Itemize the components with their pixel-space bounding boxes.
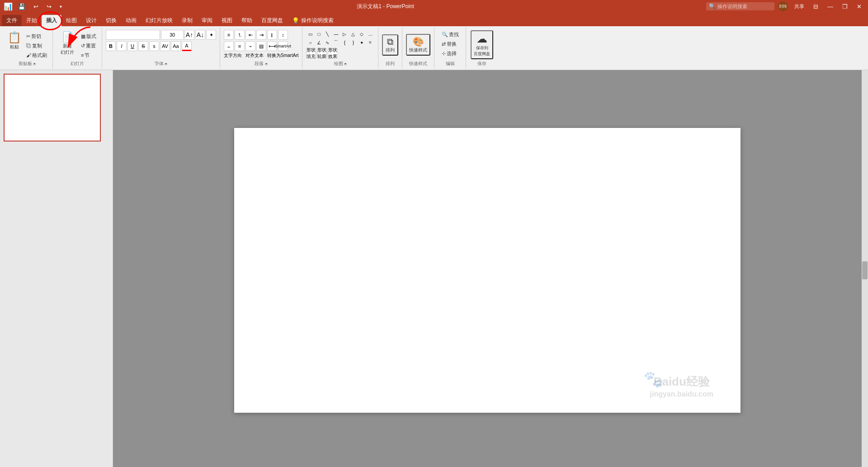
shadow-btn[interactable]: s (149, 41, 159, 51)
shape-3angle[interactable]: ∠ (315, 38, 323, 47)
paste-btn[interactable]: 📋 粘贴 (5, 30, 24, 52)
tab-help[interactable]: 帮助 (237, 15, 257, 26)
undo-btn[interactable]: ↩ (31, 2, 41, 11)
shape-rect[interactable]: ▭ (306, 30, 314, 38)
ribbon-group-clipboard: 📋 粘贴 ✂ 剪切 ⿻ 复制 🖌 格式刷 (2, 27, 53, 69)
paste-icon: 📋 (8, 31, 21, 44)
reset-btn[interactable]: ↺ 重置 (79, 41, 98, 50)
select-btn[interactable]: ⊹ 选择 (440, 49, 461, 58)
col-btn[interactable]: ⫿ (267, 30, 277, 40)
replace-icon: ⇄ (442, 41, 446, 47)
justify-btn[interactable]: ▤ (256, 41, 266, 51)
tab-review[interactable]: 审阅 (197, 15, 217, 26)
shape-line2[interactable]: — (332, 30, 340, 38)
app-icon: 📊 (4, 2, 13, 11)
tab-draw[interactable]: 绘图 (61, 15, 81, 26)
find-btn[interactable]: 🔍 查找 (440, 30, 461, 39)
align-right-btn[interactable]: ⫟ (245, 41, 255, 51)
format-painter-btn[interactable]: 🖌 格式刷 (24, 51, 49, 60)
tab-slideshow[interactable]: 幻灯片放映 (141, 15, 177, 26)
lightbulb-icon: 💡 (292, 17, 299, 24)
align-center-btn[interactable]: ≡ (235, 41, 245, 51)
shape-curve[interactable]: ∿ (323, 38, 331, 47)
numbering-btn[interactable]: ⒈ (235, 30, 245, 40)
arrange-btn[interactable]: ⧉ 排列 (382, 34, 398, 56)
shape-freeform[interactable]: ⌒ (332, 38, 340, 47)
font-color-btn[interactable]: A (182, 41, 192, 51)
shape-more[interactable]: … (366, 30, 374, 38)
slide-thumbnail-1[interactable] (4, 74, 101, 142)
italic-btn[interactable]: I (117, 41, 127, 51)
restore-btn[interactable]: ❐ (840, 2, 850, 11)
char-space-btn[interactable]: AV (160, 41, 170, 51)
user-avatar[interactable]: 刘玲 (778, 1, 788, 11)
section-btn[interactable]: ≡ 节 (79, 51, 98, 60)
editing-label: 编辑 (438, 60, 462, 68)
shape-brace2[interactable]: } (349, 38, 357, 47)
search-input[interactable] (717, 4, 772, 9)
underline-btn[interactable]: U (127, 41, 137, 51)
tab-view[interactable]: 视图 (217, 15, 237, 26)
tab-insert[interactable]: 插入 (42, 15, 61, 26)
strikethrough-btn[interactable]: S (138, 41, 148, 51)
tab-design[interactable]: 设计 (81, 15, 101, 26)
font-size-increase-btn[interactable]: A↑ (184, 30, 194, 40)
minimize-btn[interactable]: — (825, 2, 836, 11)
copy-icon: ⿻ (26, 43, 31, 48)
vertical-scrollbar[interactable] (862, 70, 868, 467)
shape-special[interactable]: ⌗ (366, 38, 374, 47)
clipboard-label: 剪贴板 ⬘ (5, 60, 49, 68)
tab-animation[interactable]: 动画 (121, 15, 141, 26)
shape-effect-btn[interactable]: 形状效果 (328, 48, 338, 58)
save-btn[interactable]: 💾 (15, 2, 28, 11)
decrease-indent-btn[interactable]: ⇤ (245, 30, 255, 40)
align-left-btn[interactable]: ⫠ (224, 41, 234, 51)
shape-rect2[interactable]: □ (315, 30, 323, 38)
ribbon-group-font: A↑ A↓ ✦ B I U S s AV Aa A 字体 ⬘ (102, 27, 220, 69)
layout-icon: ▦ (81, 33, 85, 39)
shape-brace[interactable]: { (340, 38, 349, 47)
tab-baidu[interactable]: 百度网盘 (257, 15, 288, 26)
clear-format-btn[interactable]: ✦ (206, 30, 216, 40)
tab-home[interactable]: 开始 (22, 15, 42, 26)
shape-triangle[interactable]: △ (349, 30, 357, 38)
canvas-area[interactable]: Baidu经验 jingyan.baidu.com 🐾 (113, 70, 862, 467)
tab-transitions[interactable]: 切换 (101, 15, 121, 26)
shape-fill-btn[interactable]: 形状填充 (306, 48, 316, 58)
customize-btn[interactable]: ▾ (57, 3, 65, 10)
right-title-controls: 🔍 刘玲 共享 ⊟ — ❐ ✕ (706, 1, 864, 11)
redo-btn[interactable]: ↪ (44, 2, 54, 11)
save-baidu-btn[interactable]: ☁ 保存到百度网盘 (471, 30, 493, 59)
shape-arrow[interactable]: ▷ (340, 30, 349, 38)
quick-styles-btn[interactable]: 🎨 快速样式 (406, 34, 430, 56)
share-btn[interactable]: 共享 (792, 2, 807, 11)
copy-btn[interactable]: ⿻ 复制 (24, 41, 49, 50)
shape-circle[interactable]: ○ (306, 38, 314, 47)
bullets-btn[interactable]: ≡ (224, 30, 234, 40)
bold-btn[interactable]: B (106, 41, 116, 51)
cut-btn[interactable]: ✂ 剪切 (24, 32, 49, 41)
title-bar: 📊 💾 ↩ ↪ ▾ 演示文稿1 - PowerPoint 🔍 刘玲 共享 ⊟ —… (0, 0, 868, 13)
ribbon-display-btn[interactable]: ⊟ (811, 2, 821, 11)
increase-indent-btn[interactable]: ⇥ (256, 30, 266, 40)
shape-rhombus[interactable]: ◇ (358, 30, 366, 38)
font-size-input[interactable] (161, 30, 184, 40)
font-case-btn[interactable]: Aa (171, 41, 181, 51)
line-spacing-btn[interactable]: ↕ (278, 30, 288, 40)
font-name-input[interactable] (106, 30, 160, 40)
new-slide-btn[interactable]: 📄 新建幻灯片 (57, 30, 78, 57)
font-size-decrease-btn[interactable]: A↓ (195, 30, 205, 40)
close-btn[interactable]: ✕ (854, 2, 864, 11)
shape-outline-btn[interactable]: 形状轮廓 (317, 48, 327, 58)
tab-file[interactable]: 文件 (2, 15, 22, 26)
arrange-label: 排列 (382, 60, 398, 68)
tab-record[interactable]: 录制 (177, 15, 197, 26)
convert-smartart-label: 转换为SmartArt (267, 52, 298, 59)
shape-star[interactable]: ✦ (358, 38, 366, 47)
ribbon-group-arrange: ⧉ 排列 排列 (378, 27, 402, 69)
layout-btn[interactable]: ▦ 版式 (79, 32, 98, 41)
smartart-btn[interactable]: SmartArt (278, 41, 288, 51)
replace-btn[interactable]: ⇄ 替换 (440, 39, 461, 48)
tab-search[interactable]: 💡 操作说明搜索 (288, 15, 338, 26)
shape-line[interactable]: ╲ (323, 30, 331, 38)
